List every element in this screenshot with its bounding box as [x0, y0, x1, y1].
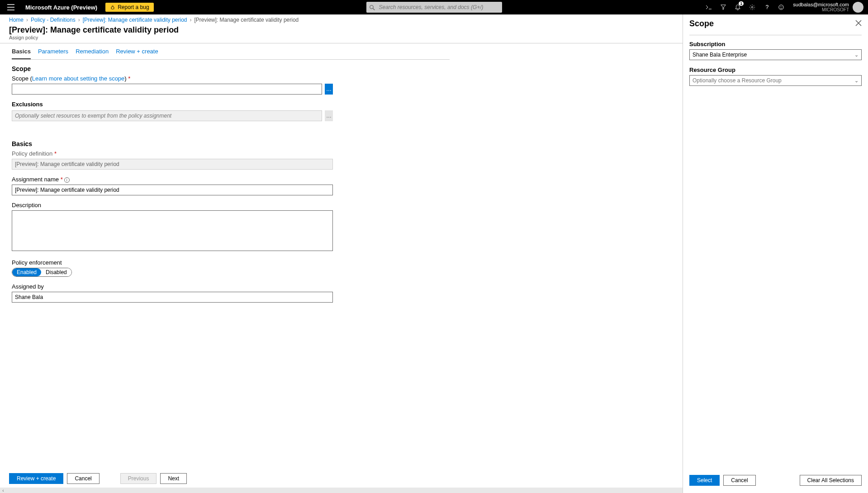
policy-definition-input [12, 159, 333, 170]
exclusions-input-row: … [12, 110, 333, 121]
brand-label: Microsoft Azure (Preview) [22, 4, 101, 11]
user-tenant: MICROSOFT [793, 7, 849, 13]
notifications-button[interactable]: 1 [730, 0, 745, 14]
scope-label-suffix: ) [124, 75, 126, 82]
assignment-label-text: Assignment name [12, 176, 59, 183]
directory-filter-button[interactable] [716, 0, 730, 14]
description-textarea[interactable] [12, 210, 333, 251]
exclusions-input [12, 110, 322, 121]
bug-label: Report a bug [118, 4, 149, 10]
subscription-dropdown[interactable]: Shane Bala Enterprise ⌄ [689, 49, 862, 60]
tab-parameters[interactable]: Parameters [38, 45, 68, 59]
user-email: sudbalas@microsoft.com [793, 2, 849, 7]
required-indicator: * [128, 75, 130, 82]
scope-field-label: Scope (Learn more about setting the scop… [12, 75, 450, 82]
avatar [853, 2, 863, 13]
cancel-button[interactable]: Cancel [67, 473, 99, 484]
scroll-left-arrow[interactable]: ‹ [0, 488, 6, 493]
exclusions-picker-button[interactable]: … [325, 110, 333, 121]
svg-point-4 [779, 5, 784, 10]
scope-section-title: Scope [12, 65, 450, 72]
resource-group-label: Resource Group [689, 66, 862, 73]
assigned-by-row [12, 292, 333, 303]
scope-label-prefix: Scope ( [12, 75, 32, 82]
policy-definition-label: Policy definition * [12, 150, 450, 157]
smiley-icon [778, 4, 784, 10]
panel-footer: Select Cancel Clear All Selections [683, 470, 868, 493]
chevron-right-icon: › [26, 17, 28, 23]
basics-section-title: Basics [12, 140, 450, 147]
resource-group-placeholder: Optionally choose a Resource Group [693, 77, 782, 84]
policy-def-row [12, 159, 333, 170]
hamburger-menu[interactable] [0, 0, 22, 14]
feedback-button[interactable] [774, 0, 788, 14]
close-panel-button[interactable] [855, 20, 862, 28]
enforcement-label: Policy enforcement [12, 259, 450, 266]
review-create-button[interactable]: Review + create [9, 473, 63, 484]
cloud-shell-icon [705, 4, 712, 10]
svg-point-6 [782, 6, 782, 7]
tab-basics[interactable]: Basics [12, 45, 31, 59]
next-button[interactable]: Next [160, 473, 187, 484]
scope-side-panel: Scope Subscription Shane Bala Enterprise… [683, 14, 868, 493]
assignment-row [12, 185, 333, 195]
chevron-right-icon: › [78, 17, 80, 23]
chevron-down-icon: ⌄ [854, 78, 859, 84]
resource-group-dropdown[interactable]: Optionally choose a Resource Group ⌄ [689, 75, 862, 86]
svg-text:?: ? [766, 4, 769, 10]
gear-icon [749, 4, 755, 10]
tabs: Basics Parameters Remediation Review + c… [12, 45, 450, 60]
breadcrumb-home[interactable]: Home [9, 17, 24, 23]
panel-body: Subscription Shane Bala Enterprise ⌄ Res… [683, 41, 868, 470]
top-bar: Microsoft Azure (Preview) Report a bug 1… [0, 0, 868, 14]
panel-cancel-button[interactable]: Cancel [723, 475, 755, 486]
chevron-down-icon: ⌄ [854, 52, 859, 58]
svg-point-2 [752, 6, 754, 8]
tab-remediation[interactable]: Remediation [76, 45, 109, 59]
assignment-name-label: Assignment name *i [12, 176, 450, 183]
subscription-label: Subscription [689, 41, 862, 47]
breadcrumb-policy[interactable]: Policy - Definitions [31, 17, 76, 23]
filter-icon [720, 4, 726, 10]
notification-count-badge: 1 [739, 1, 744, 6]
panel-divider [689, 35, 862, 35]
footer-bar: Review + create Cancel Previous Next [9, 473, 187, 484]
enforcement-enabled[interactable]: Enabled [12, 268, 41, 276]
close-icon [855, 20, 862, 26]
form-area: Basics Parameters Remediation Review + c… [0, 40, 461, 493]
panel-header: Scope [683, 14, 868, 31]
panel-select-button[interactable]: Select [689, 475, 720, 486]
policy-def-label-text: Policy definition [12, 150, 52, 157]
subscription-value: Shane Bala Enterprise [693, 52, 747, 58]
help-button[interactable]: ? [759, 0, 774, 14]
enforcement-disabled[interactable]: Disabled [41, 268, 71, 276]
scope-input-row: … [12, 84, 333, 95]
search-wrap [366, 2, 502, 13]
search-icon [370, 4, 375, 12]
topbar-right: 1 ? sudbalas@microsoft.com MICROSOFT [702, 0, 868, 14]
clear-selections-button[interactable]: Clear All Selections [800, 475, 862, 486]
scope-input[interactable] [12, 84, 322, 95]
panel-title: Scope [689, 19, 714, 28]
info-icon[interactable]: i [64, 177, 70, 183]
tab-review-create[interactable]: Review + create [116, 45, 158, 59]
breadcrumb-definition[interactable]: [Preview]: Manage certificate validity p… [83, 17, 187, 23]
svg-point-5 [780, 6, 781, 7]
assigned-by-input[interactable] [12, 292, 333, 303]
bug-icon [110, 5, 115, 10]
breadcrumb-current: [Preview]: Manage certificate validity p… [194, 17, 299, 23]
required-indicator: * [61, 176, 63, 183]
scope-learn-more-link[interactable]: Learn more about setting the scope [32, 75, 125, 82]
user-text: sudbalas@microsoft.com MICROSOFT [793, 2, 849, 13]
assigned-by-label: Assigned by [12, 283, 450, 290]
hamburger-icon [7, 4, 14, 10]
scope-picker-button[interactable]: … [325, 84, 333, 95]
required-indicator: * [54, 150, 57, 157]
cloud-shell-button[interactable] [702, 0, 716, 14]
previous-button: Previous [120, 473, 157, 484]
settings-button[interactable] [745, 0, 759, 14]
search-input[interactable] [366, 2, 502, 13]
report-bug-button[interactable]: Report a bug [105, 3, 153, 12]
user-account[interactable]: sudbalas@microsoft.com MICROSOFT [788, 2, 868, 13]
assignment-name-input[interactable] [12, 185, 333, 195]
